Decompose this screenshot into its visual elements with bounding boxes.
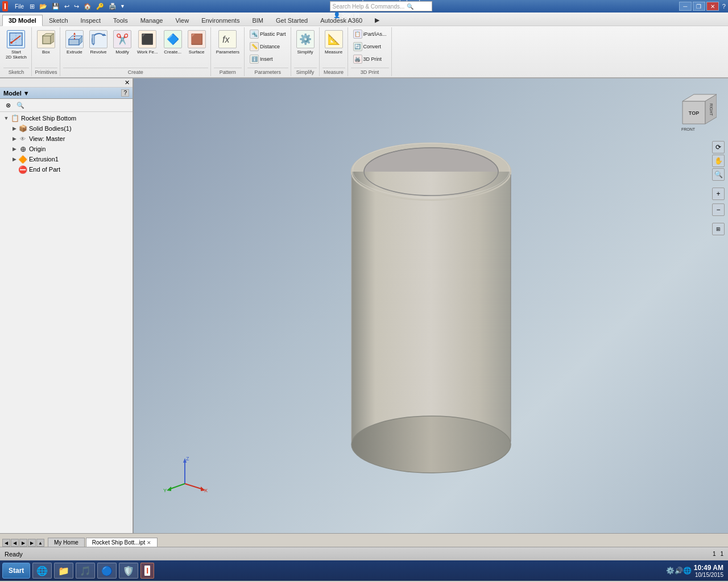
taskbar-chrome[interactable]: 🔵 [97, 563, 117, 579]
start-button[interactable]: Start [2, 563, 30, 579]
tab-more[interactable]: ▶ [369, 14, 386, 26]
taskbar-explorer[interactable]: 📁 [54, 563, 73, 579]
tab-rocket-ship[interactable]: Rocket Ship Bott...ipt ✕ [86, 538, 158, 547]
expand-view-master[interactable]: ▶ [10, 135, 18, 143]
svg-marker-4 [43, 36, 51, 44]
measure-group-label: Measure [322, 68, 345, 75]
qa-undo[interactable]: ↩ [63, 3, 71, 10]
minimize-button[interactable]: ─ [679, 2, 692, 11]
svg-text:fx: fx [222, 35, 230, 44]
zoom-out-button[interactable]: − [712, 203, 725, 216]
convert-button[interactable]: 🔄 Convert [351, 41, 389, 52]
pan-button[interactable]: ✋ [712, 155, 725, 167]
menu-file[interactable]: File [13, 3, 26, 10]
dropdown-arrow[interactable]: ▼ [120, 3, 125, 9]
nav-cube[interactable]: TOP FRONT RIGHT [671, 90, 717, 135]
ribbon-group-primitives: Box Primitives [32, 27, 60, 76]
simplify-group-label: Simplify [294, 68, 317, 75]
filter-button[interactable]: ⊗ [2, 100, 14, 110]
nav-up-btn[interactable]: ▲ [36, 539, 44, 547]
search-icon: 🔍 [407, 3, 413, 10]
tab-view[interactable]: View [169, 14, 195, 26]
tree-item-view-master[interactable]: ▶ 👁 View: Master [1, 134, 131, 144]
nav-last-btn[interactable]: ▶ [28, 539, 36, 547]
expand-origin[interactable]: ▶ [10, 145, 18, 153]
ribbon-group-sketch: Start2D Sketch Sketch [1, 27, 32, 76]
zoom-in-button[interactable]: + [712, 188, 725, 200]
model-panel-toolbar: ⊗ 🔍 [0, 99, 133, 112]
3dprint-button[interactable]: 🖨️ 3D Print [351, 53, 389, 65]
measure-button[interactable]: 📐 Measure [322, 28, 345, 56]
plastic-part-button[interactable]: 🔩 Plastic Part [247, 28, 288, 40]
fit-button[interactable]: ⊞ [712, 223, 725, 235]
tab-inspect[interactable]: Inspect [75, 14, 107, 26]
expand-solid-bodies[interactable]: ▶ [10, 124, 18, 132]
help-button[interactable]: ? [722, 3, 726, 10]
tree-item-solid-bodies[interactable]: ▶ 📦 Solid Bodies(1) [1, 123, 131, 134]
model-panel-title[interactable]: Model ▼ [3, 90, 30, 97]
qa-home[interactable]: 🏠 [82, 3, 93, 10]
tab-environments[interactable]: Environments [195, 14, 246, 26]
revolve-button[interactable]: Revolve [87, 28, 110, 56]
close-button[interactable]: ✕ [706, 2, 719, 11]
tree-item-end-of-part[interactable]: ⛔ End of Part [1, 164, 131, 174]
create-icon: 🔷 [164, 30, 182, 48]
tab-3d-model[interactable]: 3D Model [2, 15, 43, 26]
taskbar-right: ⚙️🔊🌐 10:49 AM 10/15/2015 [666, 564, 726, 578]
app-logo-icon[interactable]: I [2, 1, 8, 11]
tree-item-origin[interactable]: ▶ ⊕ Origin [1, 144, 131, 154]
tab-manage[interactable]: Manage [134, 14, 169, 26]
taskbar-ie[interactable]: 🌐 [32, 563, 52, 579]
distance-button[interactable]: 📏 Distance [247, 41, 288, 52]
expand-extrusion1[interactable]: ▶ [10, 155, 18, 163]
model-panel-help-button[interactable]: ? [121, 89, 129, 97]
tab-autodesk-a360[interactable]: Autodesk A360 [314, 14, 369, 26]
ipart-button[interactable]: 📋 iPart/iAs... [351, 28, 389, 40]
tab-bim[interactable]: BIM [246, 14, 270, 26]
tree-item-extrusion1[interactable]: ▶ 🔶 Extrusion1 [1, 154, 131, 164]
nav-prev-btn[interactable]: ◀ [11, 539, 19, 547]
expand-root[interactable]: ▼ [2, 114, 10, 122]
qa-new[interactable]: ⊞ [28, 3, 36, 10]
svg-point-3 [10, 41, 13, 44]
surface-button[interactable]: 🟫 Surface [185, 28, 208, 56]
qa-save[interactable]: 💾 [51, 3, 61, 10]
qa-redo[interactable]: ↪ [73, 3, 80, 10]
viewport[interactable]: TOP FRONT RIGHT ⟳ ✋ 🔍 + − ⊞ [134, 78, 728, 533]
ribbon-group-ipart: 📋 iPart/iAs... 🔄 Convert 🖨️ 3D Print [349, 27, 392, 76]
find-button[interactable]: 🔍 [15, 100, 26, 110]
revolve-label: Revolve [90, 49, 106, 55]
qa-open[interactable]: 📂 [38, 3, 48, 10]
tab-sketch[interactable]: Sketch [43, 14, 75, 26]
work-features-button[interactable]: ⬛ Work Fe... [135, 28, 160, 56]
panel-close-button[interactable]: ✕ [123, 79, 131, 86]
status-val1: 1 [713, 551, 716, 557]
start-2d-sketch-button[interactable]: Start2D Sketch [3, 28, 29, 61]
zoom-button[interactable]: 🔍 [712, 168, 725, 181]
modify-button[interactable]: ✂️ Modify [111, 28, 134, 56]
parameters-button[interactable]: fx Parameters [214, 28, 242, 56]
restore-button[interactable]: ❐ [693, 2, 705, 11]
sketch-group-label: Sketch [3, 68, 29, 75]
taskbar-media[interactable]: 🎵 [76, 563, 95, 579]
tab-get-started[interactable]: Get Started [270, 14, 314, 26]
box-button[interactable]: Box [35, 28, 57, 56]
search-input[interactable]: Search Help & Commands... 🔍 [330, 1, 432, 11]
insert-button[interactable]: ℹ️ Insert [247, 53, 288, 65]
tab-my-home[interactable]: My Home [48, 538, 85, 547]
nav-next-btn[interactable]: ▶ [19, 539, 27, 547]
nav-first-btn[interactable]: ◀ [2, 539, 10, 547]
create-button[interactable]: 🔷 Create... [162, 28, 184, 56]
taskbar-inventor[interactable]: I [140, 563, 154, 579]
orbit-button[interactable]: ⟳ [712, 141, 725, 153]
qa-return[interactable]: 🔑 [95, 3, 105, 10]
tab-close-icon[interactable]: ✕ [147, 540, 151, 546]
svg-marker-11 [73, 32, 76, 35]
tab-tools[interactable]: Tools [107, 14, 134, 26]
qa-print[interactable]: 🖨️ [107, 3, 118, 10]
plastic-part-label: Plastic Part [260, 31, 286, 37]
tree-item-root[interactable]: ▼ 📋 Rocket Ship Bottom [1, 113, 131, 123]
extrude-button[interactable]: Extrude [63, 28, 86, 56]
simplify-button[interactable]: ⚙️ Simplify [294, 28, 317, 56]
taskbar-shield[interactable]: 🛡️ [119, 563, 138, 579]
